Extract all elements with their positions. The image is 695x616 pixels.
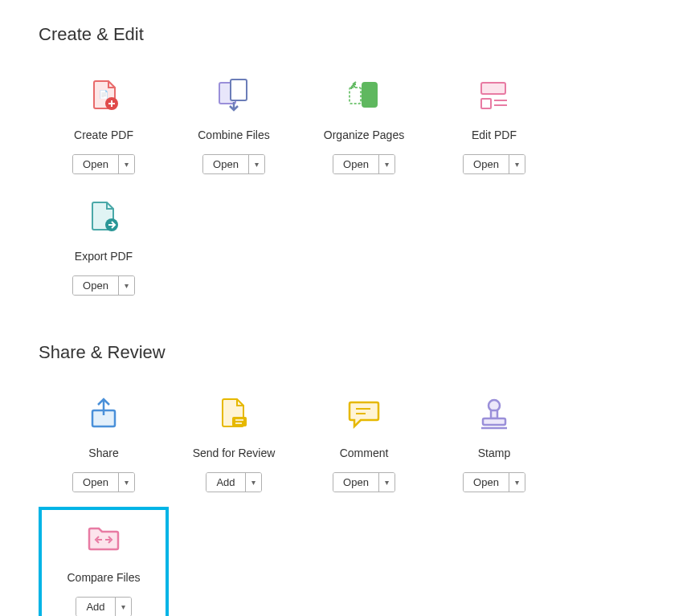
export-pdf-icon [84, 197, 124, 237]
tool-stamp[interactable]: StampOpen▾ [429, 386, 559, 507]
svg-rect-6 [481, 83, 505, 94]
open-button[interactable]: Open [73, 155, 118, 173]
chevron-down-icon: ▾ [515, 478, 519, 487]
dropdown-caret-button[interactable]: ▾ [378, 155, 395, 173]
dropdown-caret-button[interactable]: ▾ [378, 473, 395, 492]
organize-pages-icon [344, 75, 384, 116]
combine-files-icon [214, 75, 254, 116]
svg-rect-18 [491, 410, 497, 418]
svg-rect-7 [481, 99, 491, 108]
tool-button-group: Open▾ [333, 472, 395, 492]
open-button[interactable]: Open [464, 155, 509, 173]
dropdown-caret-button[interactable]: ▾ [118, 155, 134, 173]
dropdown-caret-button[interactable]: ▾ [118, 276, 134, 295]
section-title: Create & Edit [39, 24, 656, 45]
tool-grid: 📄Create PDFOpen▾Combine FilesOpen▾Organi… [39, 67, 656, 310]
tool-label: Combine Files [198, 129, 269, 141]
tool-label: Share [88, 447, 118, 459]
tool-label: Stamp [478, 447, 510, 459]
tool-grid: ShareOpen▾Send for ReviewAdd▾CommentOpen… [39, 386, 656, 616]
tool-label: Organize Pages [324, 129, 404, 141]
tool-label: Edit PDF [472, 129, 517, 141]
svg-rect-12 [232, 417, 247, 426]
section-title: Share & Review [39, 342, 656, 363]
chevron-down-icon: ▾ [125, 281, 129, 290]
open-button[interactable]: Open [73, 276, 118, 295]
tool-combine-files[interactable]: Combine FilesOpen▾ [169, 67, 299, 189]
dropdown-caret-button[interactable]: ▾ [248, 155, 264, 173]
dropdown-caret-button[interactable]: ▾ [245, 473, 261, 492]
chevron-down-icon: ▾ [125, 160, 129, 169]
tool-button-group: Open▾ [72, 154, 135, 174]
add-button[interactable]: Add [76, 598, 114, 616]
dropdown-caret-button[interactable]: ▾ [118, 473, 134, 492]
tool-button-group: Open▾ [463, 154, 525, 174]
tool-comment[interactable]: CommentOpen▾ [299, 386, 429, 507]
tool-button-group: Open▾ [72, 472, 135, 492]
chevron-down-icon: ▾ [125, 478, 129, 487]
tool-label: Comment [340, 447, 389, 459]
send-review-icon [214, 394, 254, 434]
chevron-down-icon: ▾ [121, 602, 125, 611]
tool-edit-pdf[interactable]: Edit PDFOpen▾ [429, 67, 559, 189]
open-button[interactable]: Open [333, 155, 378, 173]
svg-rect-3 [231, 80, 247, 100]
comment-icon [344, 394, 384, 434]
open-button[interactable]: Open [73, 473, 118, 492]
tool-organize-pages[interactable]: Organize PagesOpen▾ [299, 67, 429, 189]
add-button[interactable]: Add [206, 473, 244, 492]
create-pdf-icon: 📄 [84, 75, 124, 116]
share-icon [84, 394, 124, 434]
svg-rect-5 [350, 88, 361, 104]
dropdown-caret-button[interactable]: ▾ [115, 598, 131, 616]
open-button[interactable]: Open [464, 473, 509, 492]
tool-create-pdf[interactable]: 📄Create PDFOpen▾ [39, 67, 169, 189]
open-button[interactable]: Open [333, 473, 378, 492]
chevron-down-icon: ▾ [255, 160, 259, 169]
section-share-review: Share & ReviewShareOpen▾Send for ReviewA… [39, 342, 656, 616]
dropdown-caret-button[interactable]: ▾ [509, 155, 525, 173]
stamp-icon [474, 394, 514, 434]
tool-label: Export PDF [75, 250, 133, 263]
dropdown-caret-button[interactable]: ▾ [509, 473, 525, 492]
tool-export-pdf[interactable]: Export PDFOpen▾ [39, 189, 169, 310]
chevron-down-icon: ▾ [515, 160, 519, 169]
tool-compare-files[interactable]: Compare FilesAdd▾ [39, 507, 169, 616]
section-create-edit: Create & Edit📄Create PDFOpen▾Combine Fil… [39, 24, 656, 310]
tool-label: Send for Review [193, 447, 276, 459]
tool-share[interactable]: ShareOpen▾ [39, 386, 169, 507]
edit-pdf-icon [474, 75, 514, 116]
tool-label: Compare Files [67, 571, 140, 584]
tool-button-group: Add▾ [206, 472, 261, 492]
svg-text:📄: 📄 [99, 89, 109, 100]
tool-button-group: Open▾ [463, 472, 525, 492]
chevron-down-icon: ▾ [385, 478, 389, 487]
tool-button-group: Open▾ [333, 154, 395, 174]
svg-rect-4 [362, 83, 377, 107]
compare-files-icon [84, 518, 124, 558]
tool-button-group: Open▾ [72, 275, 135, 296]
tool-label: Create PDF [74, 129, 133, 141]
chevron-down-icon: ▾ [251, 478, 256, 487]
chevron-down-icon: ▾ [385, 160, 389, 169]
open-button[interactable]: Open [203, 155, 248, 173]
tool-send-for-review[interactable]: Send for ReviewAdd▾ [169, 386, 299, 507]
svg-rect-19 [483, 418, 505, 425]
tool-button-group: Open▾ [202, 154, 265, 174]
tool-button-group: Add▾ [76, 597, 131, 616]
